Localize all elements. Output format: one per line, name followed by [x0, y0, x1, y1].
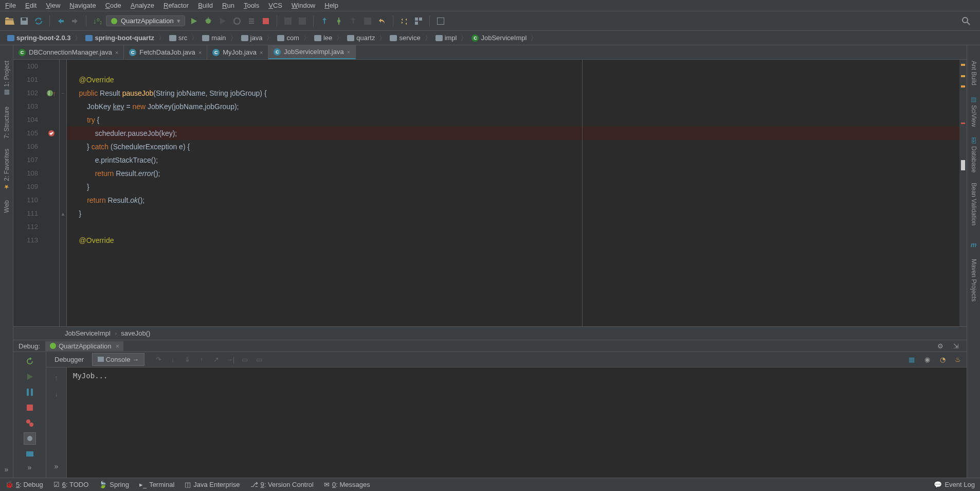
- bean-validation-tool[interactable]: Bean Validation: [970, 183, 977, 225]
- fold-icon[interactable]: [60, 153, 66, 167]
- jvm-icon[interactable]: ▦: [906, 354, 917, 365]
- structure-icon[interactable]: [413, 15, 424, 27]
- stop-icon[interactable]: [260, 15, 271, 27]
- vcs-update-icon[interactable]: [319, 15, 330, 27]
- more-icon[interactable]: »: [5, 465, 9, 474]
- vcs-commit-icon[interactable]: [333, 15, 344, 27]
- view-breakpoints-icon[interactable]: [24, 417, 36, 429]
- event-log[interactable]: 💬Event Log: [934, 481, 975, 488]
- gutter-icon[interactable]: [43, 113, 59, 127]
- status-debug[interactable]: 🐞5: Debug: [5, 481, 43, 488]
- editor-scrollbar[interactable]: [959, 60, 967, 326]
- menu-help[interactable]: Help: [324, 2, 338, 9]
- stop-debug-icon[interactable]: [24, 401, 36, 414]
- debug-app-badge[interactable]: QuartzApplication ×: [45, 341, 123, 351]
- crumb-java[interactable]: java: [238, 33, 266, 43]
- project-tool[interactable]: ▦1: Project: [3, 61, 10, 96]
- fold-icon[interactable]: [60, 180, 66, 194]
- crumb-class[interactable]: JobServiceImpl: [65, 329, 111, 337]
- gutter-icon[interactable]: [43, 100, 59, 113]
- forward-icon[interactable]: [69, 15, 81, 27]
- crumb-method[interactable]: saveJob(): [121, 329, 150, 337]
- evaluate-icon[interactable]: ▭: [239, 354, 250, 365]
- crumb-spring-boot-2.0.3[interactable]: spring-boot-2.0.3: [4, 33, 74, 43]
- gutter-icon[interactable]: [43, 73, 59, 86]
- tool2-icon[interactable]: [297, 15, 308, 27]
- crumb-lee[interactable]: lee: [311, 33, 335, 43]
- pin-icon[interactable]: ⇲: [950, 340, 961, 352]
- rerun-icon[interactable]: [24, 355, 36, 367]
- tool1-icon[interactable]: [282, 15, 294, 27]
- fold-icon[interactable]: [60, 167, 66, 180]
- database-tool[interactable]: 🗄Database: [970, 137, 977, 172]
- vcs-push-icon[interactable]: [348, 15, 359, 27]
- maven-tool[interactable]: Maven Projects: [970, 259, 977, 302]
- resume-icon[interactable]: [24, 371, 36, 383]
- menu-edit[interactable]: Edit: [25, 2, 37, 9]
- fold-icon[interactable]: −: [60, 86, 66, 100]
- status-javaenterprise[interactable]: ◫Java Enterprise: [185, 481, 240, 488]
- fold-icon[interactable]: [60, 140, 66, 153]
- more-console-icon[interactable]: »: [55, 462, 59, 470]
- more-debug-icon[interactable]: »: [28, 463, 32, 471]
- gutter-icon[interactable]: [43, 127, 59, 140]
- mute-breakpoints-icon[interactable]: [24, 432, 36, 445]
- fold-icon[interactable]: [60, 113, 66, 127]
- close-icon[interactable]: ×: [347, 49, 350, 55]
- fold-icon[interactable]: [60, 73, 66, 86]
- target-icon[interactable]: ↓⁰₁: [92, 15, 103, 27]
- crumb-com[interactable]: com: [274, 33, 302, 43]
- crumb-spring-boot-quartz[interactable]: spring-boot-quartz: [82, 33, 157, 43]
- tab-DBConnectionManager.java[interactable]: CDBConnectionManager.java×: [13, 45, 124, 59]
- menu-run[interactable]: Run: [222, 2, 234, 9]
- layout-icon[interactable]: [435, 15, 446, 27]
- close-icon[interactable]: ×: [260, 49, 263, 56]
- console-output[interactable]: MyJob...: [67, 367, 967, 479]
- status-todo[interactable]: ☑6: TODO: [53, 481, 89, 488]
- layout-debug-icon[interactable]: [24, 448, 36, 460]
- run-to-cursor-icon[interactable]: →|: [225, 354, 236, 365]
- down-arrow-icon[interactable]: ↓: [51, 388, 62, 399]
- menu-refactor[interactable]: Refactor: [164, 2, 189, 9]
- ant-build-tool[interactable]: Ant Build: [970, 61, 977, 85]
- settings-icon[interactable]: [398, 15, 410, 27]
- debug-icon[interactable]: [203, 15, 214, 27]
- meter-icon[interactable]: ◔: [937, 354, 948, 365]
- gutter-icon[interactable]: [43, 153, 59, 167]
- gutter-icon[interactable]: [43, 220, 59, 234]
- gutter-icon[interactable]: [43, 180, 59, 194]
- fold-icon[interactable]: [60, 194, 66, 207]
- fold-icon[interactable]: [60, 234, 66, 247]
- fold-icon[interactable]: [60, 100, 66, 113]
- crumb-src[interactable]: src: [166, 33, 190, 43]
- close-icon[interactable]: ×: [198, 49, 202, 56]
- close-icon[interactable]: ×: [115, 49, 118, 56]
- back-icon[interactable]: [55, 15, 66, 27]
- gutter-icon[interactable]: [43, 140, 59, 153]
- menu-view[interactable]: View: [46, 2, 60, 9]
- tab-MyJob.java[interactable]: CMyJob.java×: [207, 45, 268, 59]
- status-spring[interactable]: 🍃Spring: [99, 481, 129, 488]
- gutter-icon[interactable]: [43, 194, 59, 207]
- undo-icon[interactable]: [376, 15, 388, 27]
- crumb-impl[interactable]: impl: [432, 33, 460, 43]
- fold-icon[interactable]: [60, 127, 66, 140]
- gutter-icon[interactable]: I↑: [43, 86, 59, 100]
- status-messages[interactable]: ✉0: Messages: [324, 481, 370, 488]
- gutter-icon[interactable]: [43, 234, 59, 247]
- vcs-history-icon[interactable]: [362, 15, 373, 27]
- open-icon[interactable]: [4, 15, 15, 27]
- up-arrow-icon[interactable]: ↑: [51, 372, 62, 383]
- gear-icon[interactable]: ⚙: [935, 340, 946, 352]
- menu-navigate[interactable]: Navigate: [69, 2, 96, 9]
- status-versioncontrol[interactable]: ⎇9: Version Control: [250, 481, 314, 488]
- step-into-icon[interactable]: ↓: [167, 354, 178, 365]
- coverage-icon[interactable]: [217, 15, 228, 27]
- tab-FetchDataJob.java[interactable]: CFetchDataJob.java×: [124, 45, 207, 59]
- close-icon[interactable]: ×: [116, 342, 120, 350]
- menu-vcs[interactable]: VCS: [268, 2, 282, 9]
- save-icon[interactable]: [19, 15, 30, 27]
- sync-icon[interactable]: [33, 15, 44, 27]
- gutter-icon[interactable]: [43, 207, 59, 220]
- console-tab[interactable]: Console →: [92, 353, 144, 366]
